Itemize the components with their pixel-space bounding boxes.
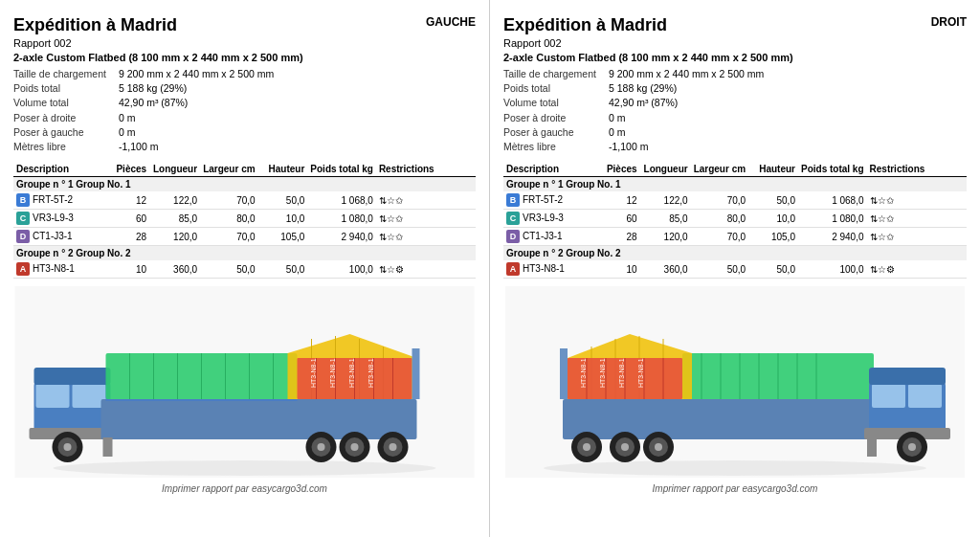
report-title: Expédition à Madrid (13, 15, 476, 35)
svg-point-90 (908, 443, 916, 451)
table-row: CVR3-L9-36085,080,010,01 080,0⇅☆✩ (503, 210, 967, 228)
group-header-row: Groupe n ° 2 Group No. 2 (13, 246, 476, 261)
info-row: Taille de chargement9 200 mm x 2 440 mm … (13, 67, 476, 81)
svg-rect-86 (869, 368, 946, 385)
print-note: Imprimer rapport par easycargo3d.com (503, 483, 967, 494)
svg-rect-84 (872, 384, 905, 408)
svg-rect-72 (560, 348, 568, 399)
item-name: FRT-5T-2 (33, 194, 73, 205)
numeric-cell: 100,0 (307, 260, 376, 279)
numeric-cell: 10 (109, 260, 150, 279)
svg-rect-24 (106, 399, 298, 401)
item-badge: D (506, 230, 520, 243)
info-row: Poids total5 188 kg (29%) (13, 81, 476, 96)
info-value: 42,90 m³ (87%) (119, 96, 188, 110)
info-row: Poids total5 188 kg (29%) (503, 81, 967, 96)
svg-text:HT3-N8-1: HT3-N8-1 (310, 358, 317, 388)
numeric-cell: 28 (599, 228, 640, 246)
svg-point-47 (544, 460, 926, 476)
numeric-cell: 122,0 (149, 191, 200, 210)
svg-point-1 (54, 460, 436, 476)
numeric-cell: 50,0 (748, 191, 798, 210)
numeric-cell: 1 068,0 (798, 191, 867, 210)
description-cell: BFRT-5T-2 (503, 191, 599, 210)
group-header-cell: Groupe n ° 1 Group No. 1 (13, 177, 476, 192)
table-header: Hauteur (258, 162, 308, 177)
info-label: Poids total (503, 81, 609, 96)
svg-text:HT3-N8-1: HT3-N8-1 (618, 358, 625, 388)
numeric-cell: 85,0 (149, 210, 200, 228)
svg-rect-82 (867, 437, 877, 457)
cargo-table: DescriptionPiècesLongueurLargeur cmHaute… (13, 162, 476, 279)
info-value: 9 200 mm x 2 440 mm x 2 500 mm (609, 67, 764, 81)
svg-point-44 (390, 443, 397, 451)
info-label: Poser à gauche (503, 125, 609, 140)
restrictions-cell: ⇅☆✩ (867, 191, 967, 210)
info-row: Volume total42,90 m³ (87%) (503, 96, 967, 110)
info-value: -1,100 m (119, 140, 158, 154)
numeric-cell: 1 080,0 (798, 210, 867, 228)
svg-rect-48 (563, 399, 879, 439)
table-row: BFRT-5T-212122,070,050,01 068,0⇅☆✩ (503, 191, 967, 210)
svg-text:HT3-N8-1: HT3-N8-1 (580, 358, 587, 388)
numeric-cell: 50,0 (691, 260, 748, 279)
info-value: 5 188 kg (29%) (119, 81, 187, 96)
numeric-cell: 80,0 (200, 210, 257, 228)
item-name: CT1-J3-1 (33, 231, 73, 241)
info-label: Taille de chargement (503, 67, 609, 81)
svg-point-81 (655, 443, 662, 451)
truck-type: 2-axle Custom Flatbed (8 100 mm x 2 440 … (13, 52, 476, 63)
restrictions-cell: ⇅☆⚙ (376, 260, 476, 279)
info-label: Taille de chargement (13, 67, 119, 81)
numeric-cell: 2 940,0 (307, 228, 376, 246)
numeric-cell: 12 (599, 191, 640, 210)
page-container: GAUCHEExpédition à MadridRapport 0022-ax… (0, 0, 980, 537)
svg-text:HT3-N8-1: HT3-N8-1 (637, 358, 644, 388)
description-cell: CVR3-L9-3 (503, 210, 599, 228)
description-cell: AHT3-N8-1 (13, 260, 109, 279)
table-header: Description (503, 162, 599, 177)
svg-text:HT3-N8-1: HT3-N8-1 (599, 358, 606, 388)
numeric-cell: 10,0 (748, 210, 798, 228)
restrictions-cell: ⇅☆✩ (376, 228, 476, 246)
report-subtitle: Rapport 002 (13, 37, 476, 49)
item-name: HT3-N8-1 (33, 263, 75, 274)
description-cell: AHT3-N8-1 (503, 260, 599, 279)
info-row: Poser à gauche0 m (503, 125, 967, 140)
info-value: 9 200 mm x 2 440 mm x 2 500 mm (119, 67, 274, 81)
table-row: AHT3-N8-110360,050,050,0100,0⇅☆⚙ (13, 260, 476, 279)
table-header: Longueur (149, 162, 200, 177)
table-header: Restrictions (376, 162, 476, 177)
item-badge: C (506, 212, 520, 225)
item-badge: B (506, 193, 520, 207)
description-cell: DCT1-J3-1 (503, 228, 599, 246)
table-header: Poids total kg (798, 162, 867, 177)
description-cell: DCT1-J3-1 (13, 228, 109, 246)
numeric-cell: 360,0 (149, 260, 200, 279)
panel-droit: DROITExpédition à MadridRapport 0022-axl… (490, 0, 980, 537)
svg-point-38 (318, 443, 325, 451)
restrictions-cell: ⇅☆✩ (867, 228, 967, 246)
numeric-cell: 1 080,0 (307, 210, 376, 228)
svg-point-41 (351, 443, 359, 451)
svg-point-75 (583, 443, 590, 451)
table-row: AHT3-N8-110360,050,050,0100,0⇅☆⚙ (503, 260, 967, 279)
svg-rect-5 (34, 368, 111, 385)
item-badge: A (16, 262, 30, 276)
item-badge: C (16, 212, 30, 225)
svg-text:HT3-N8-1: HT3-N8-1 (329, 358, 336, 388)
group-header-row: Groupe n ° 1 Group No. 1 (13, 177, 476, 192)
side-label: DROIT (931, 15, 967, 29)
truck-illustration: HT3-N8-1 HT3-N8-1 HT3-N8-1 HT3-N8-1 (13, 286, 476, 478)
info-row: Mètres libre-1,100 m (13, 140, 476, 154)
numeric-cell: 10,0 (258, 210, 308, 228)
svg-rect-4 (73, 384, 106, 408)
table-header: Pièces (109, 162, 150, 177)
truck-type: 2-axle Custom Flatbed (8 100 mm x 2 440 … (503, 52, 967, 63)
table-header: Largeur cm (691, 162, 748, 177)
svg-rect-85 (908, 384, 942, 408)
report-subtitle: Rapport 002 (503, 37, 967, 49)
description-cell: CVR3-L9-3 (13, 210, 109, 228)
item-name: FRT-5T-2 (523, 194, 563, 205)
report-title: Expédition à Madrid (503, 15, 967, 35)
